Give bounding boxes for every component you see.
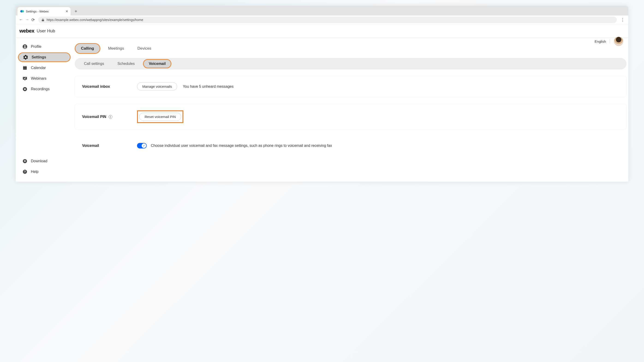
product-name: User Hub (37, 29, 55, 34)
person-icon (22, 44, 27, 49)
sidebar-item-help[interactable]: ? Help (18, 167, 70, 177)
page: webex User Hub Profile Settings (16, 24, 628, 182)
voicemail-toggle-panel: Voicemail ✓ Choose individual user voice… (75, 136, 626, 148)
lock-icon (42, 19, 44, 21)
tab-devices[interactable]: Devices (132, 44, 157, 53)
voicemail-toggle[interactable]: ✓ (137, 143, 147, 148)
sidebar-item-calendar[interactable]: Calendar (18, 63, 70, 73)
tab-meetings[interactable]: Meetings (103, 44, 130, 53)
browser-address-bar: ← → ⟳ https://example.webex.com/webappng… (16, 16, 628, 24)
sidebar-item-settings[interactable]: Settings (18, 52, 70, 62)
browser-tab-bar: Settings - Webex ✕ + (16, 6, 628, 16)
sidebar-item-label: Webinars (31, 76, 46, 81)
language-selector[interactable]: English (595, 40, 610, 43)
main-panel: English Calling Meetings Devices Call se… (73, 38, 628, 182)
sidebar-item-label: Calendar (31, 66, 46, 70)
secondary-tabs: Call settings Schedules Voicemail (75, 58, 626, 70)
svg-rect-7 (26, 66, 26, 67)
voicemail-inbox-panel: Voicemail inbox Manage voicemails You ha… (75, 76, 626, 97)
voicemail-toggle-description: Choose individual user voicemail and fax… (151, 144, 332, 148)
help-icon: ? (22, 169, 27, 174)
reload-button[interactable]: ⟳ (30, 17, 36, 23)
sidebar-bottom: Download ? Help (18, 156, 70, 177)
svg-rect-5 (23, 67, 27, 67)
voicemail-inbox-label: Voicemail inbox (82, 85, 137, 89)
reset-pin-highlight: Reset voicemail PIN (137, 110, 183, 123)
reset-voicemail-pin-button[interactable]: Reset voicemail PIN (139, 113, 181, 121)
sidebar: Profile Settings Calendar (16, 38, 73, 182)
browser-tab[interactable]: Settings - Webex ✕ (18, 7, 70, 16)
svg-point-11 (24, 88, 26, 90)
voicemail-pin-panel: Voicemail PIN i Reset voicemail PIN (75, 104, 626, 130)
info-icon[interactable]: i (109, 115, 112, 119)
sidebar-item-recordings[interactable]: Recordings (18, 84, 70, 94)
download-icon (22, 159, 27, 163)
voicemail-toggle-label: Voicemail (82, 144, 137, 148)
content-area: Profile Settings Calendar (16, 38, 628, 182)
close-tab-icon[interactable]: ✕ (66, 10, 68, 13)
sidebar-item-label: Download (31, 159, 47, 163)
user-avatar[interactable] (614, 37, 623, 46)
calendar-icon (22, 66, 27, 70)
manage-voicemails-button[interactable]: Manage voicemails (137, 82, 177, 91)
sidebar-item-webinars[interactable]: Webinars (18, 74, 70, 83)
header-right: English (595, 37, 623, 46)
voicemail-inbox-message: You have 5 unheard messages (183, 85, 234, 89)
browser-tab-title: Settings - Webex (26, 10, 49, 13)
svg-point-3 (24, 46, 26, 47)
browser-menu-icon[interactable]: ⋮ (619, 17, 626, 23)
subtab-schedules[interactable]: Schedules (112, 60, 140, 68)
sidebar-item-download[interactable]: Download (18, 156, 70, 166)
webinar-icon (22, 76, 27, 81)
svg-rect-9 (24, 80, 26, 80)
svg-point-1 (22, 10, 24, 13)
subtab-voicemail[interactable]: Voicemail (143, 59, 172, 68)
sidebar-item-label: Settings (32, 55, 46, 59)
sidebar-item-label: Profile (31, 45, 41, 49)
browser-window: Settings - Webex ✕ + ← → ⟳ https://examp… (16, 6, 628, 182)
url-text: https://example.webex.com/webappng/sites… (46, 18, 143, 22)
sidebar-item-label: Recordings (31, 87, 50, 91)
sidebar-item-label: Help (31, 170, 38, 174)
subtab-call-settings[interactable]: Call settings (79, 60, 109, 68)
record-icon (22, 87, 27, 91)
svg-rect-6 (24, 66, 24, 67)
gear-icon (23, 55, 28, 60)
tab-calling[interactable]: Calling (75, 43, 100, 54)
brand-logo: webex (20, 28, 34, 34)
webex-favicon-icon (20, 10, 24, 13)
toggle-knob-check-icon: ✓ (142, 143, 146, 148)
page-header: webex User Hub (16, 24, 628, 38)
forward-button[interactable]: → (24, 17, 30, 22)
sidebar-item-profile[interactable]: Profile (18, 42, 70, 52)
primary-tabs: Calling Meetings Devices (75, 43, 628, 54)
back-button[interactable]: ← (18, 17, 24, 22)
new-tab-button[interactable]: + (72, 8, 79, 15)
voicemail-pin-label: Voicemail PIN i (82, 115, 137, 119)
svg-text:?: ? (24, 170, 26, 173)
url-field[interactable]: https://example.webex.com/webappng/sites… (38, 17, 617, 23)
